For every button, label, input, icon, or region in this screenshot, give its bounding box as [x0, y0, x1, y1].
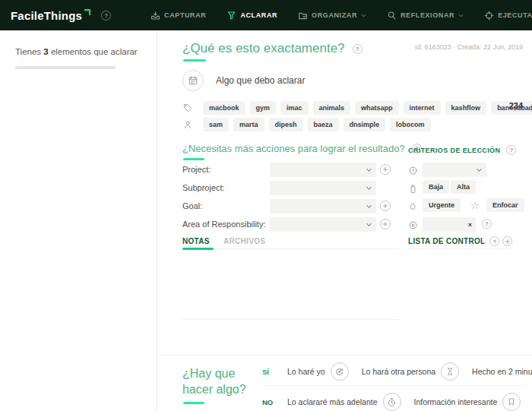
- inbox-icon: [150, 11, 160, 21]
- goal-select[interactable]: [270, 199, 376, 213]
- clarify-later-option[interactable]: Lo aclararé más adelante: [287, 393, 401, 411]
- option-label: Lo aclararé más adelante: [287, 397, 378, 406]
- tag-pill[interactable]: macbook: [203, 101, 245, 115]
- tag-icon: [183, 103, 192, 112]
- done-2-minutes-option[interactable]: Hecho en 2 minutos: [472, 362, 532, 381]
- add-project-button[interactable]: [380, 164, 391, 175]
- tab-files[interactable]: ARCHIVOS: [223, 237, 265, 245]
- actions-title: ¿Necesitas más acciones para lograr el r…: [182, 143, 405, 154]
- person-pill[interactable]: lobocom: [390, 118, 431, 131]
- assign-self-icon[interactable]: [331, 362, 349, 381]
- energy-low-button[interactable]: Baja: [423, 180, 449, 194]
- help-icon[interactable]: ?: [353, 44, 363, 54]
- goal-label: Goal:: [182, 201, 202, 210]
- decision-title-line2: hacer algo?: [182, 381, 246, 397]
- nav-reflexionar[interactable]: REFLEXIONAR: [387, 11, 464, 21]
- person-pill[interactable]: sam: [203, 118, 229, 131]
- tag-pill[interactable]: imac: [280, 101, 309, 115]
- chevron-down-icon: [366, 203, 372, 210]
- chevron-down-icon: [366, 221, 372, 228]
- chevron-down-icon: [361, 13, 366, 18]
- calendar-icon[interactable]: [182, 70, 204, 91]
- checklist-actions: [489, 236, 512, 246]
- star-icon[interactable]: ☆: [470, 201, 480, 210]
- clarify-panel: ¿Qué es esto exactamente? ? Id: 6163023 …: [158, 30, 532, 411]
- help-icon[interactable]: ?: [101, 11, 111, 21]
- clock-icon: [408, 165, 419, 175]
- clarify-counter: Tienes 3 elementos que aclarar: [15, 47, 141, 56]
- brand[interactable]: FacileThings ?: [11, 9, 111, 22]
- plus-circle-icon: [382, 166, 388, 172]
- area-label: Area of Responsibility:: [182, 220, 265, 229]
- help-icon[interactable]: ?: [506, 145, 516, 155]
- tag-pill[interactable]: whatsapp: [355, 101, 399, 115]
- nav-label: ACLARAR: [240, 11, 277, 19]
- nav-ejecutar[interactable]: EJECUTAR: [484, 11, 532, 21]
- counter-value: 3: [43, 47, 48, 56]
- subproject-select[interactable]: [270, 181, 376, 195]
- decision-title: ¿Hay que hacer algo?: [182, 365, 246, 397]
- actions-header: ¿Necesitas más acciones para lograr el r…: [182, 143, 422, 154]
- chevron-down-icon: [366, 185, 372, 191]
- context-input[interactable]: ×: [423, 217, 476, 232]
- decision-underline: [183, 402, 204, 404]
- time-select[interactable]: [423, 163, 486, 177]
- checklist-divider: [408, 248, 511, 249]
- tag-pill[interactable]: internet: [404, 101, 441, 115]
- decision-yes-row: SÍ Lo haré yo Lo hará otra persona Hecho…: [262, 362, 532, 381]
- nav-aclarar[interactable]: ACLARAR: [226, 11, 277, 21]
- sidebar: Tienes 3 elementos que aclarar: [0, 30, 157, 411]
- tag-pill[interactable]: kashflow: [445, 101, 487, 115]
- nav-label: REFLEXIONAR: [401, 11, 454, 19]
- decision-title-line1: ¿Hay que: [182, 365, 246, 381]
- decision-no-row: NO Lo aclararé más adelante Información …: [262, 393, 532, 411]
- nav-capturar[interactable]: CAPTURAR: [150, 11, 206, 21]
- urgent-button[interactable]: Urgente: [423, 198, 461, 212]
- person-pill[interactable]: dipesh: [269, 118, 303, 131]
- logo-corner-icon: [84, 9, 90, 15]
- help-icon[interactable]: ?: [482, 219, 492, 229]
- battery-icon: [408, 183, 419, 194]
- no-label: NO: [262, 398, 287, 406]
- delegate-option[interactable]: Lo hará otra persona: [362, 362, 459, 381]
- add-goal-button[interactable]: [380, 201, 391, 211]
- focus-button[interactable]: Enfocar: [486, 198, 524, 212]
- project-select[interactable]: [270, 163, 376, 177]
- page-title: ¿Qué es esto exactamente?: [182, 41, 345, 56]
- bookmark-icon[interactable]: [502, 393, 521, 411]
- energy-high-button[interactable]: Alta: [451, 180, 476, 194]
- project-label: Project:: [182, 165, 211, 174]
- notes-area[interactable]: [182, 319, 399, 320]
- upload-circle-icon[interactable]: [489, 236, 499, 246]
- item-meta: Id: 6163023 · Creada: 22 Jun, 2019: [415, 43, 523, 51]
- tag-pill[interactable]: animals: [313, 101, 351, 115]
- option-label: Lo hará otra persona: [362, 367, 435, 376]
- tab-notes[interactable]: NOTAS: [182, 237, 210, 245]
- person-pill[interactable]: marta: [233, 118, 264, 131]
- area-select[interactable]: [270, 217, 376, 232]
- person-pill[interactable]: baeza: [308, 118, 339, 131]
- person-pill[interactable]: dnsimple: [344, 118, 386, 131]
- app-logo[interactable]: FacileThings: [11, 9, 82, 22]
- nav-label: CAPTURAR: [164, 11, 206, 19]
- points-badge: 234: [509, 101, 523, 110]
- nav-label: ORGANIZAR: [312, 11, 357, 19]
- clear-icon[interactable]: ×: [468, 221, 472, 229]
- section-divider: [158, 355, 532, 356]
- nav-organizar[interactable]: ORGANIZAR: [298, 11, 366, 21]
- people-row: sam marta dipesh baeza dnsimple lobocom: [183, 118, 435, 131]
- add-area-button[interactable]: [380, 219, 391, 229]
- question-header: ¿Qué es esto exactamente? ?: [182, 41, 363, 56]
- do-it-myself-option[interactable]: Lo haré yo: [287, 362, 349, 381]
- option-label: Información interesante: [414, 397, 498, 406]
- option-label: Hecho en 2 minutos: [472, 367, 532, 376]
- chevron-down-icon: [366, 166, 372, 173]
- plus-circle-icon[interactable]: [502, 236, 512, 246]
- snooze-clock-icon[interactable]: [383, 393, 401, 411]
- yes-label: SÍ: [262, 368, 287, 376]
- interesting-info-option[interactable]: Información interesante: [414, 393, 521, 411]
- item-row: Algo que debo aclarar: [182, 70, 305, 91]
- play-circle-icon: [408, 220, 419, 230]
- hourglass-icon[interactable]: [441, 362, 459, 381]
- tag-pill[interactable]: gym: [250, 101, 277, 115]
